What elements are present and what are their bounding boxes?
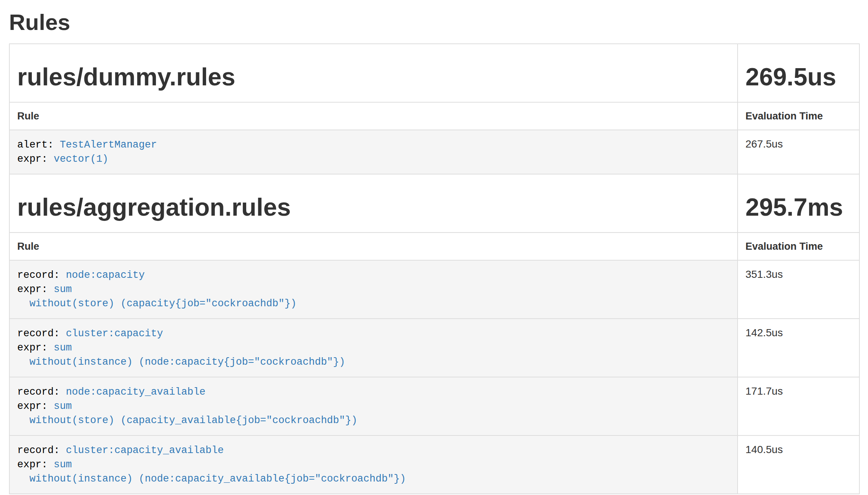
rule-eval-time: 171.7us	[738, 377, 859, 435]
record-name-link[interactable]: node:capacity_available	[66, 386, 206, 398]
rule-definition: record: cluster:capacity_availableexpr: …	[9, 435, 738, 494]
expr-link[interactable]: sum	[54, 342, 72, 353]
page-title: Rules	[9, 10, 860, 34]
rule-code-text: expr:	[17, 459, 54, 470]
rule-code-text: record:	[17, 445, 66, 456]
rule-eval-time: 267.5us	[738, 130, 859, 174]
record-name-link[interactable]: node:capacity	[66, 270, 145, 281]
rule-code-line: alert: TestAlertManager	[17, 138, 730, 152]
rule-code-text: record:	[17, 328, 66, 339]
rule-code-text: expr:	[17, 284, 54, 295]
rule-group-file: rules/aggregation.rules	[17, 193, 730, 221]
rule-code-text: alert:	[17, 139, 60, 151]
expr-link[interactable]: sum	[54, 459, 72, 470]
evaluation-time-column-header: Evaluation Time	[738, 102, 859, 130]
rule-group-header-row: rules/aggregation.rules 295.7ms	[9, 174, 859, 233]
rule-code-line: expr: sum	[17, 341, 730, 355]
rule-code-line: without(store) (capacity_available{job="…	[17, 413, 730, 428]
rule-eval-time: 351.3us	[738, 260, 859, 319]
rules-table: rules/dummy.rules 269.5us Rule Evaluatio…	[9, 43, 860, 494]
rule-row: record: node:capacity_availableexpr: sum…	[9, 377, 859, 435]
rule-code-text: expr:	[17, 401, 54, 412]
rule-code-line: expr: sum	[17, 282, 730, 297]
rule-group-eval-time-cell: 295.7ms	[738, 174, 859, 233]
column-header-row: Rule Evaluation Time	[9, 102, 859, 130]
rule-group-eval-time: 269.5us	[745, 63, 852, 91]
rule-group-file-cell: rules/dummy.rules	[9, 44, 738, 102]
rule-code-line: record: node:capacity	[17, 268, 730, 282]
rule-definition: alert: TestAlertManagerexpr: vector(1)	[9, 130, 738, 174]
rule-code-line: record: node:capacity_available	[17, 385, 730, 399]
rule-code-line: expr: sum	[17, 399, 730, 413]
evaluation-time-column-header: Evaluation Time	[738, 233, 859, 260]
rule-row: alert: TestAlertManagerexpr: vector(1) 2…	[9, 130, 859, 174]
rule-definition: record: node:capacityexpr: sum without(s…	[9, 260, 738, 319]
expr-link[interactable]: without(instance) (node:capacity{job="co…	[17, 356, 345, 368]
rules-table-body: rules/dummy.rules 269.5us Rule Evaluatio…	[9, 44, 859, 494]
rule-code-text: expr:	[17, 154, 54, 165]
rule-code-line: expr: vector(1)	[17, 152, 730, 166]
rule-code-line: without(instance) (node:capacity{job="co…	[17, 355, 730, 369]
column-header-row: Rule Evaluation Time	[9, 233, 859, 260]
rule-group-eval-time: 295.7ms	[745, 193, 852, 221]
rule-code-line: record: cluster:capacity	[17, 327, 730, 341]
expr-link[interactable]: sum	[54, 284, 72, 295]
rule-eval-time: 142.5us	[738, 319, 859, 377]
record-name-link[interactable]: cluster:capacity_available	[66, 445, 224, 456]
rule-row: record: cluster:capacity_availableexpr: …	[9, 435, 859, 494]
rule-code-line: record: cluster:capacity_available	[17, 443, 730, 458]
rule-group-file: rules/dummy.rules	[17, 63, 730, 91]
expr-link[interactable]: without(store) (capacity_available{job="…	[17, 415, 357, 426]
rule-code-line: expr: sum	[17, 458, 730, 472]
record-name-link[interactable]: cluster:capacity	[66, 328, 163, 339]
expr-link[interactable]: vector(1)	[54, 154, 108, 165]
rule-code-line: without(instance) (node:capacity_availab…	[17, 472, 730, 486]
expr-link[interactable]: sum	[54, 401, 72, 412]
rule-group-file-cell: rules/aggregation.rules	[9, 174, 738, 233]
rule-definition: record: node:capacity_availableexpr: sum…	[9, 377, 738, 435]
expr-link[interactable]: without(instance) (node:capacity_availab…	[17, 473, 406, 485]
rule-eval-time: 140.5us	[738, 435, 859, 494]
rule-code-text: record:	[17, 270, 66, 281]
rule-group-header-row: rules/dummy.rules 269.5us	[9, 44, 859, 102]
rule-column-header: Rule	[9, 233, 738, 260]
rule-code-text: record:	[17, 386, 66, 398]
rule-column-header: Rule	[9, 102, 738, 130]
expr-link[interactable]: without(store) (capacity{job="cockroachd…	[17, 298, 296, 309]
rule-group-eval-time-cell: 269.5us	[738, 44, 859, 102]
rule-code-text: expr:	[17, 342, 54, 353]
rule-definition: record: cluster:capacityexpr: sum withou…	[9, 319, 738, 377]
rule-row: record: node:capacityexpr: sum without(s…	[9, 260, 859, 319]
rule-row: record: cluster:capacityexpr: sum withou…	[9, 319, 859, 377]
alert-name-link[interactable]: TestAlertManager	[60, 139, 157, 151]
rule-code-line: without(store) (capacity{job="cockroachd…	[17, 297, 730, 311]
